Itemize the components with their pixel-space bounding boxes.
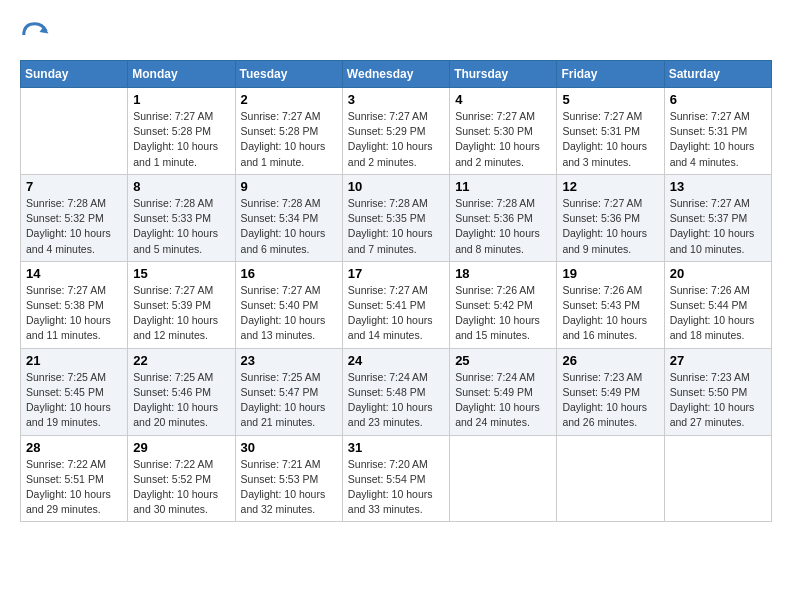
- day-info: Sunrise: 7:25 AMSunset: 5:46 PMDaylight:…: [133, 370, 229, 431]
- day-number: 9: [241, 179, 337, 194]
- day-number: 21: [26, 353, 122, 368]
- day-info: Sunrise: 7:20 AMSunset: 5:54 PMDaylight:…: [348, 457, 444, 518]
- day-info: Sunrise: 7:27 AMSunset: 5:31 PMDaylight:…: [562, 109, 658, 170]
- day-number: 17: [348, 266, 444, 281]
- day-number: 31: [348, 440, 444, 455]
- day-number: 15: [133, 266, 229, 281]
- header-day-monday: Monday: [128, 61, 235, 88]
- day-info: Sunrise: 7:27 AMSunset: 5:28 PMDaylight:…: [241, 109, 337, 170]
- day-info: Sunrise: 7:27 AMSunset: 5:37 PMDaylight:…: [670, 196, 766, 257]
- day-cell: 31Sunrise: 7:20 AMSunset: 5:54 PMDayligh…: [342, 435, 449, 522]
- day-info: Sunrise: 7:27 AMSunset: 5:29 PMDaylight:…: [348, 109, 444, 170]
- day-cell: [557, 435, 664, 522]
- header-day-saturday: Saturday: [664, 61, 771, 88]
- day-info: Sunrise: 7:27 AMSunset: 5:36 PMDaylight:…: [562, 196, 658, 257]
- day-cell: 25Sunrise: 7:24 AMSunset: 5:49 PMDayligh…: [450, 348, 557, 435]
- week-row-5: 28Sunrise: 7:22 AMSunset: 5:51 PMDayligh…: [21, 435, 772, 522]
- day-number: 19: [562, 266, 658, 281]
- day-number: 26: [562, 353, 658, 368]
- day-info: Sunrise: 7:22 AMSunset: 5:52 PMDaylight:…: [133, 457, 229, 518]
- day-info: Sunrise: 7:27 AMSunset: 5:41 PMDaylight:…: [348, 283, 444, 344]
- day-cell: 24Sunrise: 7:24 AMSunset: 5:48 PMDayligh…: [342, 348, 449, 435]
- header-day-friday: Friday: [557, 61, 664, 88]
- day-info: Sunrise: 7:24 AMSunset: 5:49 PMDaylight:…: [455, 370, 551, 431]
- day-cell: 20Sunrise: 7:26 AMSunset: 5:44 PMDayligh…: [664, 261, 771, 348]
- header-day-thursday: Thursday: [450, 61, 557, 88]
- day-number: 22: [133, 353, 229, 368]
- day-number: 23: [241, 353, 337, 368]
- day-number: 16: [241, 266, 337, 281]
- day-cell: 4Sunrise: 7:27 AMSunset: 5:30 PMDaylight…: [450, 88, 557, 175]
- day-info: Sunrise: 7:26 AMSunset: 5:43 PMDaylight:…: [562, 283, 658, 344]
- day-info: Sunrise: 7:24 AMSunset: 5:48 PMDaylight:…: [348, 370, 444, 431]
- day-cell: 21Sunrise: 7:25 AMSunset: 5:45 PMDayligh…: [21, 348, 128, 435]
- day-info: Sunrise: 7:27 AMSunset: 5:28 PMDaylight:…: [133, 109, 229, 170]
- day-cell: 1Sunrise: 7:27 AMSunset: 5:28 PMDaylight…: [128, 88, 235, 175]
- day-info: Sunrise: 7:28 AMSunset: 5:36 PMDaylight:…: [455, 196, 551, 257]
- day-cell: 17Sunrise: 7:27 AMSunset: 5:41 PMDayligh…: [342, 261, 449, 348]
- day-info: Sunrise: 7:27 AMSunset: 5:39 PMDaylight:…: [133, 283, 229, 344]
- day-cell: 12Sunrise: 7:27 AMSunset: 5:36 PMDayligh…: [557, 174, 664, 261]
- day-cell: 22Sunrise: 7:25 AMSunset: 5:46 PMDayligh…: [128, 348, 235, 435]
- day-cell: 10Sunrise: 7:28 AMSunset: 5:35 PMDayligh…: [342, 174, 449, 261]
- day-cell: 29Sunrise: 7:22 AMSunset: 5:52 PMDayligh…: [128, 435, 235, 522]
- day-cell: 3Sunrise: 7:27 AMSunset: 5:29 PMDaylight…: [342, 88, 449, 175]
- day-number: 11: [455, 179, 551, 194]
- day-cell: 28Sunrise: 7:22 AMSunset: 5:51 PMDayligh…: [21, 435, 128, 522]
- day-number: 8: [133, 179, 229, 194]
- week-row-2: 7Sunrise: 7:28 AMSunset: 5:32 PMDaylight…: [21, 174, 772, 261]
- day-cell: 19Sunrise: 7:26 AMSunset: 5:43 PMDayligh…: [557, 261, 664, 348]
- day-cell: 6Sunrise: 7:27 AMSunset: 5:31 PMDaylight…: [664, 88, 771, 175]
- day-number: 25: [455, 353, 551, 368]
- day-cell: 11Sunrise: 7:28 AMSunset: 5:36 PMDayligh…: [450, 174, 557, 261]
- day-number: 4: [455, 92, 551, 107]
- day-info: Sunrise: 7:28 AMSunset: 5:32 PMDaylight:…: [26, 196, 122, 257]
- day-info: Sunrise: 7:27 AMSunset: 5:31 PMDaylight:…: [670, 109, 766, 170]
- day-cell: 9Sunrise: 7:28 AMSunset: 5:34 PMDaylight…: [235, 174, 342, 261]
- calendar-header: SundayMondayTuesdayWednesdayThursdayFrid…: [21, 61, 772, 88]
- day-number: 12: [562, 179, 658, 194]
- day-number: 2: [241, 92, 337, 107]
- day-number: 18: [455, 266, 551, 281]
- day-number: 5: [562, 92, 658, 107]
- day-info: Sunrise: 7:21 AMSunset: 5:53 PMDaylight:…: [241, 457, 337, 518]
- header-day-sunday: Sunday: [21, 61, 128, 88]
- day-cell: 15Sunrise: 7:27 AMSunset: 5:39 PMDayligh…: [128, 261, 235, 348]
- day-cell: 13Sunrise: 7:27 AMSunset: 5:37 PMDayligh…: [664, 174, 771, 261]
- calendar-table: SundayMondayTuesdayWednesdayThursdayFrid…: [20, 60, 772, 522]
- day-number: 24: [348, 353, 444, 368]
- day-info: Sunrise: 7:26 AMSunset: 5:44 PMDaylight:…: [670, 283, 766, 344]
- header-day-tuesday: Tuesday: [235, 61, 342, 88]
- day-info: Sunrise: 7:26 AMSunset: 5:42 PMDaylight:…: [455, 283, 551, 344]
- logo: [20, 20, 54, 50]
- day-cell: [664, 435, 771, 522]
- calendar-body: 1Sunrise: 7:27 AMSunset: 5:28 PMDaylight…: [21, 88, 772, 522]
- day-cell: [450, 435, 557, 522]
- day-number: 14: [26, 266, 122, 281]
- week-row-3: 14Sunrise: 7:27 AMSunset: 5:38 PMDayligh…: [21, 261, 772, 348]
- day-info: Sunrise: 7:28 AMSunset: 5:34 PMDaylight:…: [241, 196, 337, 257]
- logo-icon: [20, 20, 50, 50]
- day-info: Sunrise: 7:23 AMSunset: 5:49 PMDaylight:…: [562, 370, 658, 431]
- header-row: SundayMondayTuesdayWednesdayThursdayFrid…: [21, 61, 772, 88]
- day-info: Sunrise: 7:22 AMSunset: 5:51 PMDaylight:…: [26, 457, 122, 518]
- day-number: 20: [670, 266, 766, 281]
- day-info: Sunrise: 7:28 AMSunset: 5:35 PMDaylight:…: [348, 196, 444, 257]
- day-cell: 16Sunrise: 7:27 AMSunset: 5:40 PMDayligh…: [235, 261, 342, 348]
- day-cell: [21, 88, 128, 175]
- day-info: Sunrise: 7:28 AMSunset: 5:33 PMDaylight:…: [133, 196, 229, 257]
- week-row-4: 21Sunrise: 7:25 AMSunset: 5:45 PMDayligh…: [21, 348, 772, 435]
- day-cell: 30Sunrise: 7:21 AMSunset: 5:53 PMDayligh…: [235, 435, 342, 522]
- day-number: 13: [670, 179, 766, 194]
- header-day-wednesday: Wednesday: [342, 61, 449, 88]
- day-number: 27: [670, 353, 766, 368]
- day-info: Sunrise: 7:23 AMSunset: 5:50 PMDaylight:…: [670, 370, 766, 431]
- day-number: 28: [26, 440, 122, 455]
- page-header: [20, 20, 772, 50]
- day-cell: 18Sunrise: 7:26 AMSunset: 5:42 PMDayligh…: [450, 261, 557, 348]
- day-info: Sunrise: 7:27 AMSunset: 5:30 PMDaylight:…: [455, 109, 551, 170]
- day-number: 30: [241, 440, 337, 455]
- day-cell: 26Sunrise: 7:23 AMSunset: 5:49 PMDayligh…: [557, 348, 664, 435]
- day-number: 7: [26, 179, 122, 194]
- day-cell: 2Sunrise: 7:27 AMSunset: 5:28 PMDaylight…: [235, 88, 342, 175]
